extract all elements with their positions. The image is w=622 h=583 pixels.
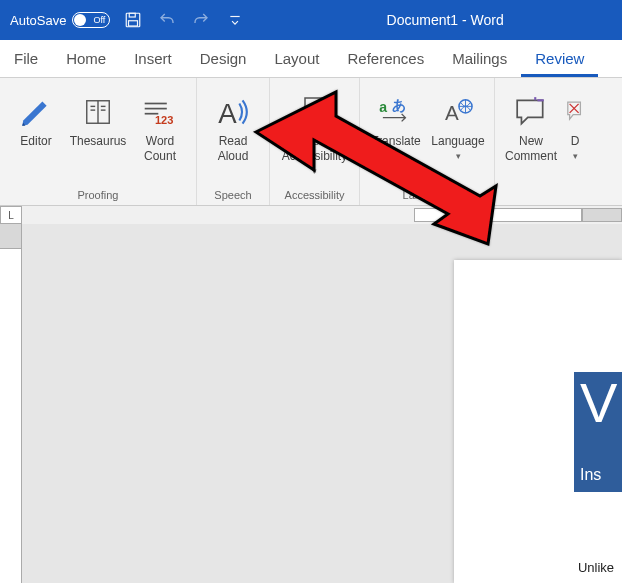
tab-home[interactable]: Home xyxy=(52,42,120,77)
tab-mailings[interactable]: Mailings xyxy=(438,42,521,77)
read-aloud-button[interactable]: A ReadAloud xyxy=(203,82,263,185)
tab-review[interactable]: Review xyxy=(521,42,598,77)
comment-icon xyxy=(514,90,548,134)
page[interactable]: V Ins Unlike xyxy=(454,260,622,583)
ruler-corner[interactable]: L xyxy=(0,206,22,224)
svg-text:あ: あ xyxy=(392,97,406,113)
translate-icon: aあ xyxy=(379,90,413,134)
delete-label: D xyxy=(571,134,580,149)
language-icon: A xyxy=(442,90,474,134)
group-language: aあ Translate ▾ A Language ▾ Language xyxy=(360,78,495,205)
svg-text:A: A xyxy=(218,98,237,129)
toggle-switch[interactable]: Off xyxy=(72,12,110,28)
translate-button[interactable]: aあ Translate ▾ xyxy=(366,82,426,185)
thesaurus-icon xyxy=(83,90,113,134)
chev-icon: ▾ xyxy=(312,166,317,176)
wordcount-icon: 123 xyxy=(143,90,177,134)
horizontal-ruler[interactable] xyxy=(414,208,582,222)
tab-file[interactable]: File xyxy=(0,42,52,77)
svg-rect-2 xyxy=(129,21,138,26)
group-speech-label: Speech xyxy=(214,185,251,203)
language-label: Language xyxy=(431,134,484,149)
horizontal-ruler-margin[interactable] xyxy=(582,208,622,222)
editor-button[interactable]: Editor xyxy=(6,82,66,185)
autosave-toggle[interactable]: AutoSave Off xyxy=(10,12,110,28)
group-proofing: Editor Thesaurus 123 WordCount Proofing xyxy=(0,78,197,205)
document-area: V Ins Unlike xyxy=(0,224,622,583)
autosave-label: AutoSave xyxy=(10,13,66,28)
accessibility-icon xyxy=(299,90,331,134)
chev-icon: ▾ xyxy=(394,151,399,161)
editor-label: Editor xyxy=(20,134,51,149)
word-count-label: WordCount xyxy=(144,134,176,164)
document-title: Document1 - Word xyxy=(278,12,612,28)
editor-icon xyxy=(19,90,53,134)
horizontal-ruler-row: L xyxy=(0,206,622,224)
ribbon: Editor Thesaurus 123 WordCount Proofing … xyxy=(0,78,622,206)
tab-design[interactable]: Design xyxy=(186,42,261,77)
banner-sub-text: Ins xyxy=(580,466,601,484)
language-button[interactable]: A Language ▾ xyxy=(428,82,488,185)
canvas-background: V Ins Unlike xyxy=(22,224,622,583)
group-proofing-label: Proofing xyxy=(78,185,119,203)
translate-label: Translate xyxy=(371,134,421,149)
redo-icon[interactable] xyxy=(190,9,212,31)
new-comment-button[interactable]: NewComment xyxy=(501,82,561,197)
delete-icon xyxy=(566,90,584,134)
group-speech: A ReadAloud Speech xyxy=(197,78,270,205)
tab-layout[interactable]: Layout xyxy=(260,42,333,77)
group-comments: NewComment D ▾ xyxy=(495,78,593,205)
group-language-label: Language xyxy=(403,185,452,203)
vertical-ruler[interactable] xyxy=(0,224,22,583)
thesaurus-button[interactable]: Thesaurus xyxy=(68,82,128,185)
word-count-button[interactable]: 123 WordCount xyxy=(130,82,190,185)
chev-icon: ▾ xyxy=(456,151,461,161)
delete-comment-button[interactable]: D ▾ xyxy=(563,82,587,197)
banner-big-text: V xyxy=(580,370,617,435)
tab-references[interactable]: References xyxy=(333,42,438,77)
thesaurus-label: Thesaurus xyxy=(70,134,127,149)
title-banner: V Ins xyxy=(574,372,622,492)
svg-text:a: a xyxy=(379,99,387,115)
chev-icon: ▾ xyxy=(573,151,578,161)
group-accessibility: CheckAccessibility ▾ Accessibility xyxy=(270,78,360,205)
title-bar: AutoSave Off Document1 - Word xyxy=(0,0,622,40)
svg-text:A: A xyxy=(445,101,459,124)
save-icon[interactable] xyxy=(122,9,144,31)
qat-more-icon[interactable] xyxy=(224,9,246,31)
group-accessibility-label: Accessibility xyxy=(285,185,345,203)
body-text-fragment: Unlike xyxy=(578,560,614,575)
toggle-state: Off xyxy=(94,15,106,25)
svg-text:123: 123 xyxy=(155,114,173,126)
read-aloud-label: ReadAloud xyxy=(218,134,249,164)
ribbon-tabs: File Home Insert Design Layout Reference… xyxy=(0,40,622,78)
check-accessibility-label: CheckAccessibility xyxy=(282,134,347,164)
svg-rect-1 xyxy=(130,13,136,17)
tab-insert[interactable]: Insert xyxy=(120,42,186,77)
new-comment-label: NewComment xyxy=(505,134,557,164)
check-accessibility-button[interactable]: CheckAccessibility ▾ xyxy=(277,82,353,185)
toggle-knob xyxy=(74,14,86,26)
undo-icon[interactable] xyxy=(156,9,178,31)
readaloud-icon: A xyxy=(216,90,250,134)
